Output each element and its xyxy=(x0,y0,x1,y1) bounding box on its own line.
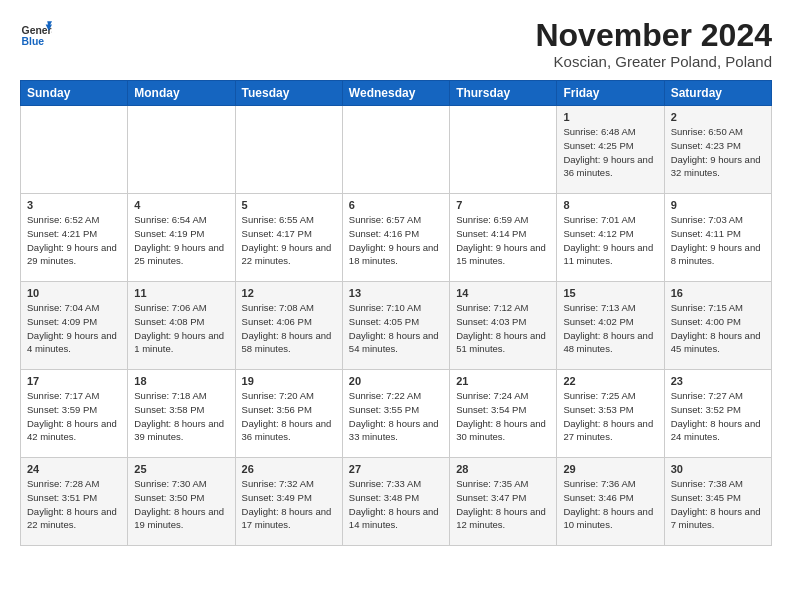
day-info: Sunrise: 7:12 AM Sunset: 4:03 PM Dayligh… xyxy=(456,301,550,356)
day-info: Sunrise: 7:13 AM Sunset: 4:02 PM Dayligh… xyxy=(563,301,657,356)
calendar-week-2: 10Sunrise: 7:04 AM Sunset: 4:09 PM Dayli… xyxy=(21,282,772,370)
day-info: Sunrise: 7:22 AM Sunset: 3:55 PM Dayligh… xyxy=(349,389,443,444)
day-info: Sunrise: 6:48 AM Sunset: 4:25 PM Dayligh… xyxy=(563,125,657,180)
day-info: Sunrise: 7:17 AM Sunset: 3:59 PM Dayligh… xyxy=(27,389,121,444)
day-info: Sunrise: 7:36 AM Sunset: 3:46 PM Dayligh… xyxy=(563,477,657,532)
calendar-cell: 17Sunrise: 7:17 AM Sunset: 3:59 PM Dayli… xyxy=(21,370,128,458)
calendar-cell: 29Sunrise: 7:36 AM Sunset: 3:46 PM Dayli… xyxy=(557,458,664,546)
day-info: Sunrise: 7:32 AM Sunset: 3:49 PM Dayligh… xyxy=(242,477,336,532)
col-wednesday: Wednesday xyxy=(342,81,449,106)
day-number: 11 xyxy=(134,287,228,299)
calendar-cell: 24Sunrise: 7:28 AM Sunset: 3:51 PM Dayli… xyxy=(21,458,128,546)
calendar-cell: 4Sunrise: 6:54 AM Sunset: 4:19 PM Daylig… xyxy=(128,194,235,282)
day-number: 19 xyxy=(242,375,336,387)
calendar-cell: 1Sunrise: 6:48 AM Sunset: 4:25 PM Daylig… xyxy=(557,106,664,194)
day-info: Sunrise: 7:08 AM Sunset: 4:06 PM Dayligh… xyxy=(242,301,336,356)
logo: General Blue xyxy=(20,18,52,50)
calendar-cell: 30Sunrise: 7:38 AM Sunset: 3:45 PM Dayli… xyxy=(664,458,771,546)
title-block: November 2024 Koscian, Greater Poland, P… xyxy=(535,18,772,70)
day-number: 18 xyxy=(134,375,228,387)
day-info: Sunrise: 6:50 AM Sunset: 4:23 PM Dayligh… xyxy=(671,125,765,180)
calendar-cell: 2Sunrise: 6:50 AM Sunset: 4:23 PM Daylig… xyxy=(664,106,771,194)
day-number: 3 xyxy=(27,199,121,211)
day-number: 28 xyxy=(456,463,550,475)
day-number: 13 xyxy=(349,287,443,299)
day-info: Sunrise: 7:33 AM Sunset: 3:48 PM Dayligh… xyxy=(349,477,443,532)
calendar-cell xyxy=(235,106,342,194)
calendar-week-3: 17Sunrise: 7:17 AM Sunset: 3:59 PM Dayli… xyxy=(21,370,772,458)
day-number: 5 xyxy=(242,199,336,211)
day-number: 14 xyxy=(456,287,550,299)
calendar-cell: 12Sunrise: 7:08 AM Sunset: 4:06 PM Dayli… xyxy=(235,282,342,370)
calendar-cell: 10Sunrise: 7:04 AM Sunset: 4:09 PM Dayli… xyxy=(21,282,128,370)
day-info: Sunrise: 6:59 AM Sunset: 4:14 PM Dayligh… xyxy=(456,213,550,268)
col-friday: Friday xyxy=(557,81,664,106)
day-info: Sunrise: 7:24 AM Sunset: 3:54 PM Dayligh… xyxy=(456,389,550,444)
calendar-cell: 11Sunrise: 7:06 AM Sunset: 4:08 PM Dayli… xyxy=(128,282,235,370)
day-info: Sunrise: 7:28 AM Sunset: 3:51 PM Dayligh… xyxy=(27,477,121,532)
page: General Blue November 2024 Koscian, Grea… xyxy=(0,0,792,556)
day-number: 12 xyxy=(242,287,336,299)
header-row: Sunday Monday Tuesday Wednesday Thursday… xyxy=(21,81,772,106)
day-info: Sunrise: 7:27 AM Sunset: 3:52 PM Dayligh… xyxy=(671,389,765,444)
day-number: 2 xyxy=(671,111,765,123)
calendar-week-1: 3Sunrise: 6:52 AM Sunset: 4:21 PM Daylig… xyxy=(21,194,772,282)
day-info: Sunrise: 7:18 AM Sunset: 3:58 PM Dayligh… xyxy=(134,389,228,444)
day-number: 25 xyxy=(134,463,228,475)
calendar-cell: 26Sunrise: 7:32 AM Sunset: 3:49 PM Dayli… xyxy=(235,458,342,546)
day-info: Sunrise: 6:52 AM Sunset: 4:21 PM Dayligh… xyxy=(27,213,121,268)
day-info: Sunrise: 6:55 AM Sunset: 4:17 PM Dayligh… xyxy=(242,213,336,268)
day-info: Sunrise: 6:57 AM Sunset: 4:16 PM Dayligh… xyxy=(349,213,443,268)
day-number: 8 xyxy=(563,199,657,211)
day-info: Sunrise: 7:25 AM Sunset: 3:53 PM Dayligh… xyxy=(563,389,657,444)
day-info: Sunrise: 7:06 AM Sunset: 4:08 PM Dayligh… xyxy=(134,301,228,356)
page-subtitle: Koscian, Greater Poland, Poland xyxy=(535,53,772,70)
calendar-cell: 18Sunrise: 7:18 AM Sunset: 3:58 PM Dayli… xyxy=(128,370,235,458)
day-number: 20 xyxy=(349,375,443,387)
day-info: Sunrise: 7:35 AM Sunset: 3:47 PM Dayligh… xyxy=(456,477,550,532)
day-number: 24 xyxy=(27,463,121,475)
col-thursday: Thursday xyxy=(450,81,557,106)
calendar-cell: 7Sunrise: 6:59 AM Sunset: 4:14 PM Daylig… xyxy=(450,194,557,282)
calendar-cell: 3Sunrise: 6:52 AM Sunset: 4:21 PM Daylig… xyxy=(21,194,128,282)
calendar-cell: 15Sunrise: 7:13 AM Sunset: 4:02 PM Dayli… xyxy=(557,282,664,370)
day-info: Sunrise: 7:38 AM Sunset: 3:45 PM Dayligh… xyxy=(671,477,765,532)
day-number: 17 xyxy=(27,375,121,387)
day-number: 4 xyxy=(134,199,228,211)
calendar-cell: 22Sunrise: 7:25 AM Sunset: 3:53 PM Dayli… xyxy=(557,370,664,458)
calendar-cell xyxy=(21,106,128,194)
day-number: 23 xyxy=(671,375,765,387)
calendar-cell: 14Sunrise: 7:12 AM Sunset: 4:03 PM Dayli… xyxy=(450,282,557,370)
day-info: Sunrise: 6:54 AM Sunset: 4:19 PM Dayligh… xyxy=(134,213,228,268)
calendar-cell: 8Sunrise: 7:01 AM Sunset: 4:12 PM Daylig… xyxy=(557,194,664,282)
calendar-cell: 20Sunrise: 7:22 AM Sunset: 3:55 PM Dayli… xyxy=(342,370,449,458)
day-info: Sunrise: 7:15 AM Sunset: 4:00 PM Dayligh… xyxy=(671,301,765,356)
svg-text:Blue: Blue xyxy=(22,36,45,47)
day-number: 1 xyxy=(563,111,657,123)
day-number: 27 xyxy=(349,463,443,475)
calendar-cell xyxy=(450,106,557,194)
calendar-cell: 28Sunrise: 7:35 AM Sunset: 3:47 PM Dayli… xyxy=(450,458,557,546)
logo-icon: General Blue xyxy=(20,18,52,50)
calendar-cell: 23Sunrise: 7:27 AM Sunset: 3:52 PM Dayli… xyxy=(664,370,771,458)
day-info: Sunrise: 7:20 AM Sunset: 3:56 PM Dayligh… xyxy=(242,389,336,444)
calendar-week-4: 24Sunrise: 7:28 AM Sunset: 3:51 PM Dayli… xyxy=(21,458,772,546)
calendar-cell xyxy=(128,106,235,194)
calendar-cell: 25Sunrise: 7:30 AM Sunset: 3:50 PM Dayli… xyxy=(128,458,235,546)
day-number: 7 xyxy=(456,199,550,211)
col-sunday: Sunday xyxy=(21,81,128,106)
col-saturday: Saturday xyxy=(664,81,771,106)
day-number: 6 xyxy=(349,199,443,211)
day-number: 29 xyxy=(563,463,657,475)
col-tuesday: Tuesday xyxy=(235,81,342,106)
calendar-cell: 6Sunrise: 6:57 AM Sunset: 4:16 PM Daylig… xyxy=(342,194,449,282)
calendar-cell: 5Sunrise: 6:55 AM Sunset: 4:17 PM Daylig… xyxy=(235,194,342,282)
day-info: Sunrise: 7:01 AM Sunset: 4:12 PM Dayligh… xyxy=(563,213,657,268)
day-number: 26 xyxy=(242,463,336,475)
day-number: 16 xyxy=(671,287,765,299)
page-title: November 2024 xyxy=(535,18,772,53)
calendar-cell: 21Sunrise: 7:24 AM Sunset: 3:54 PM Dayli… xyxy=(450,370,557,458)
day-info: Sunrise: 7:04 AM Sunset: 4:09 PM Dayligh… xyxy=(27,301,121,356)
calendar-table: Sunday Monday Tuesday Wednesday Thursday… xyxy=(20,80,772,546)
calendar-cell: 9Sunrise: 7:03 AM Sunset: 4:11 PM Daylig… xyxy=(664,194,771,282)
